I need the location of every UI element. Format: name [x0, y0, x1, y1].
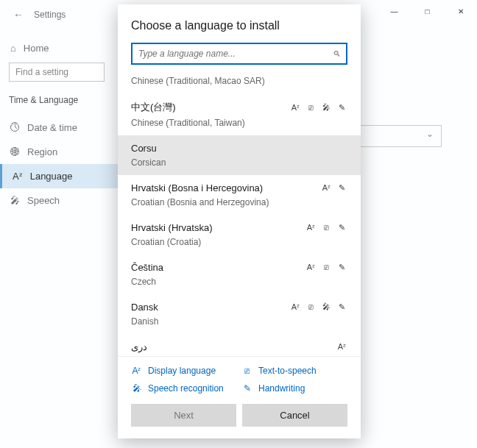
language-english-name: Croatian (Croatia) — [131, 237, 347, 247]
feature-icons: Aᶻ⎚✎ — [305, 263, 347, 272]
feature-icons: Aᶻ✎ — [321, 183, 347, 193]
tts-icon: ⎚ — [321, 263, 332, 272]
dialog-buttons: Next Cancel — [118, 404, 361, 438]
sidebar-item-date-time[interactable]: 🕓︎ Date & time — [9, 115, 109, 140]
language-option[interactable]: CorsuCorsican — [118, 135, 361, 175]
language-native-name: Hrvatski (Hrvatska) — [131, 222, 213, 233]
language-english-name: Croatian (Bosnia and Herzegovina) — [131, 197, 347, 207]
language-option[interactable]: Hrvatski (Hrvatska)Aᶻ⎚✎Croatian (Croatia… — [118, 215, 361, 255]
clock-icon: 🕓︎ — [10, 122, 20, 133]
language-native-name: Čeština — [131, 262, 163, 273]
window-controls: — □ ✕ — [378, 0, 477, 22]
language-native-name: درى — [131, 341, 147, 352]
cancel-button[interactable]: Cancel — [242, 404, 347, 427]
language-option[interactable]: Chinese (Traditional, Macao SAR) — [118, 72, 361, 93]
language-option[interactable]: درىAᶻ — [118, 334, 361, 356]
language-option[interactable]: Hrvatski (Bosna i Hercegovina)Aᶻ✎Croatia… — [118, 175, 361, 215]
mic-icon: 🎤︎ — [131, 383, 142, 394]
speech-icon: 🎤︎ — [321, 302, 332, 312]
app-title: Settings — [34, 10, 66, 20]
legend-display: AᶻDisplay language — [131, 366, 237, 376]
feature-icons: Aᶻ⎚🎤︎✎ — [290, 103, 347, 113]
sidebar-item-language[interactable]: Aᶻ Language — [0, 164, 118, 188]
minimize-button[interactable]: — — [378, 0, 411, 22]
sidebar: ⌂ Home Find a setting Time & Language 🕓︎… — [0, 32, 118, 218]
hand-icon: ✎ — [336, 183, 347, 193]
display-icon: Aᶻ — [336, 342, 347, 352]
mic-icon: 🎤︎ — [10, 195, 20, 206]
language-native-name: Corsu — [131, 143, 157, 154]
hand-icon: ✎ — [336, 223, 347, 232]
sidebar-item-speech[interactable]: 🎤︎ Speech — [9, 188, 109, 213]
tts-icon: ⎚ — [321, 223, 332, 232]
tts-icon: ⎚ — [305, 302, 317, 312]
language-icon: Aᶻ — [13, 171, 23, 182]
sidebar-item-label: Region — [27, 146, 57, 157]
language-english-name: Czech — [131, 277, 347, 287]
sidebar-home-label: Home — [24, 43, 49, 54]
language-english-name: Corsican — [131, 157, 347, 168]
language-list[interactable]: Chinese (Traditional, Macao SAR)中文(台灣)Aᶻ… — [118, 72, 361, 356]
globe-icon: 🌐︎ — [10, 146, 20, 157]
language-option[interactable]: DanskAᶻ⎚🎤︎✎Danish — [118, 294, 361, 334]
search-field[interactable] — [138, 49, 327, 59]
sidebar-item-label: Language — [30, 171, 73, 182]
language-english-name: Chinese (Traditional, Macao SAR) — [131, 76, 347, 86]
settings-header: ← Settings — [13, 9, 66, 21]
handwriting-icon: ✎ — [241, 383, 252, 394]
hand-icon: ✎ — [336, 263, 347, 272]
sidebar-item-label: Date & time — [27, 122, 77, 133]
language-install-dialog: Choose a language to install 🔍︎ Chinese … — [118, 4, 361, 438]
legend-speech: 🎤︎Speech recognition — [131, 383, 237, 394]
feature-legend: AᶻDisplay language ⎚Text-to-speech 🎤︎Spe… — [118, 356, 361, 404]
sidebar-category: Time & Language — [9, 95, 109, 105]
speech-icon: 🎤︎ — [321, 103, 332, 113]
language-native-name: Hrvatski (Bosna i Hercegovina) — [131, 182, 263, 193]
display-icon: Aᶻ — [305, 223, 317, 232]
display-icon: Aᶻ — [290, 302, 301, 312]
language-english-name: Danish — [131, 316, 347, 327]
back-icon[interactable]: ← — [13, 9, 24, 21]
next-button[interactable]: Next — [131, 404, 236, 427]
home-icon: ⌂ — [10, 43, 16, 54]
tts-icon: ⎚ — [305, 103, 317, 113]
find-setting-input[interactable]: Find a setting — [9, 63, 105, 82]
hand-icon: ✎ — [336, 302, 347, 312]
feature-icons: Aᶻ — [336, 342, 347, 352]
legend-hand: ✎Handwriting — [241, 383, 347, 394]
display-icon: Aᶻ — [321, 183, 332, 193]
language-native-name: 中文(台灣) — [131, 101, 176, 114]
feature-icons: Aᶻ⎚🎤︎✎ — [290, 302, 347, 312]
display-icon: Aᶻ — [305, 263, 317, 272]
sidebar-item-region[interactable]: 🌐︎ Region — [9, 140, 109, 164]
display-icon: Aᶻ — [131, 366, 142, 376]
display-icon: Aᶻ — [290, 103, 301, 113]
language-search-input[interactable]: 🔍︎ — [131, 43, 347, 65]
dialog-title: Choose a language to install — [118, 4, 361, 43]
sidebar-home[interactable]: ⌂ Home — [9, 38, 109, 63]
language-option[interactable]: ČeštinaAᶻ⎚✎Czech — [118, 255, 361, 294]
sidebar-item-label: Speech — [27, 195, 60, 206]
language-option[interactable]: 中文(台灣)Aᶻ⎚🎤︎✎Chinese (Traditional, Taiwan… — [118, 93, 361, 135]
maximize-button[interactable]: □ — [411, 0, 444, 22]
language-native-name: Dansk — [131, 302, 158, 313]
legend-tts: ⎚Text-to-speech — [241, 366, 347, 376]
search-icon: 🔍︎ — [333, 49, 341, 58]
tts-icon: ⎚ — [241, 366, 252, 376]
language-english-name: Chinese (Traditional, Taiwan) — [131, 118, 347, 128]
close-button[interactable]: ✕ — [444, 0, 477, 22]
feature-icons: Aᶻ⎚✎ — [305, 223, 347, 232]
hand-icon: ✎ — [336, 103, 347, 113]
